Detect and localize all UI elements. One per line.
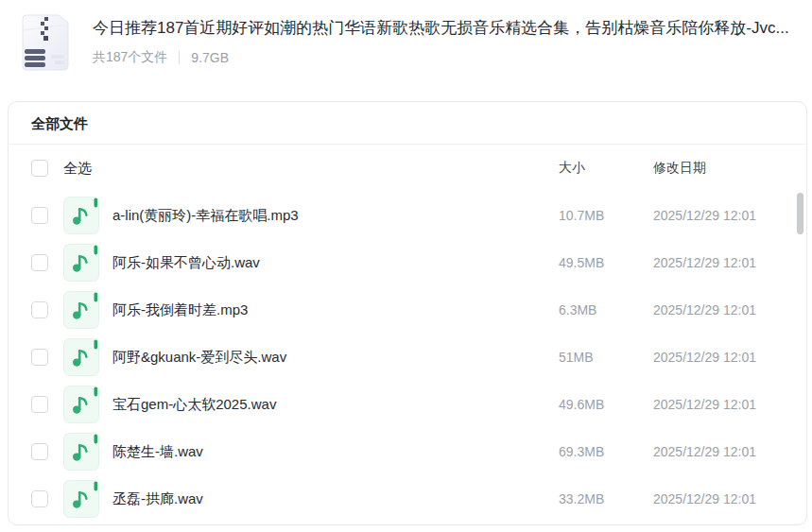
music-file-icon	[63, 386, 99, 423]
file-count: 共187个文件	[93, 49, 167, 66]
file-size: 49.6MB	[559, 397, 604, 412]
file-date: 2025/12/29 12:01	[653, 302, 756, 317]
music-file-icon	[63, 480, 99, 518]
file-size: 33.2MB	[559, 491, 604, 506]
file-name[interactable]: 陈楚生-墙.wav	[112, 443, 203, 461]
file-list-card: 全部文件 全选 大小 修改日期 a-lin(黄丽玲)-幸福在歌唱.mp3 10.…	[8, 101, 807, 525]
file-name[interactable]: 丞磊-拱廊.wav	[112, 490, 203, 508]
music-file-icon	[63, 244, 99, 282]
file-date: 2025/12/29 12:01	[653, 255, 756, 270]
file-size: 69.3MB	[559, 444, 604, 459]
file-list: a-lin(黄丽玲)-幸福在歌唱.mp3 10.7MB 2025/12/29 1…	[9, 192, 806, 523]
share-meta: 共187个文件 9.7GB	[93, 49, 803, 66]
file-name[interactable]: 阿野&gkuank-爱到尽头.wav	[112, 349, 286, 367]
file-size: 49.5MB	[559, 255, 604, 270]
file-row[interactable]: 阿乐-我倒着时差.mp3 6.3MB 2025/12/29 12:01	[9, 286, 806, 334]
file-row[interactable]: 阿野&gkuank-爱到尽头.wav 51MB 2025/12/29 12:01	[9, 334, 806, 381]
file-date: 2025/12/29 12:01	[653, 491, 756, 506]
file-date: 2025/12/29 12:01	[653, 444, 756, 459]
scrollbar-thumb[interactable]	[797, 193, 803, 234]
page-header: 今日推荐187首近期好评如潮的热门华语新歌热歌无损音乐精选合集，告别枯燥音乐陪你…	[0, 0, 812, 90]
header-text: 今日推荐187首近期好评如潮的热门华语新歌热歌无损音乐精选合集，告别枯燥音乐陪你…	[93, 11, 803, 90]
select-all-checkbox[interactable]	[31, 160, 48, 177]
file-size: 10.7MB	[559, 208, 604, 223]
meta-divider	[179, 51, 180, 64]
row-checkbox[interactable]	[31, 396, 48, 413]
file-row[interactable]: 宝石gem-心太软2025.wav 49.6MB 2025/12/29 12:0…	[9, 381, 806, 428]
file-name[interactable]: 阿乐-如果不曾心动.wav	[112, 254, 260, 272]
music-file-icon	[63, 433, 99, 471]
list-header-row: 全选 大小 修改日期	[9, 145, 806, 192]
file-date: 2025/12/29 12:01	[653, 208, 756, 223]
column-header-date: 修改日期	[653, 160, 706, 177]
row-checkbox[interactable]	[31, 254, 48, 271]
file-date: 2025/12/29 12:01	[653, 350, 756, 365]
file-date: 2025/12/29 12:01	[653, 397, 756, 412]
music-file-icon	[63, 338, 99, 376]
share-title: 今日推荐187首近期好评如潮的热门华语新歌热歌无损音乐精选合集，告别枯燥音乐陪你…	[93, 16, 803, 41]
total-size: 9.7GB	[191, 50, 229, 65]
file-row[interactable]: a-lin(黄丽玲)-幸福在歌唱.mp3 10.7MB 2025/12/29 1…	[9, 192, 806, 239]
file-name[interactable]: 阿乐-我倒着时差.mp3	[112, 301, 248, 319]
row-checkbox[interactable]	[31, 207, 48, 224]
panel-title: 全部文件	[9, 102, 806, 145]
row-checkbox[interactable]	[31, 443, 48, 460]
row-checkbox[interactable]	[31, 349, 48, 366]
file-name[interactable]: 宝石gem-心太软2025.wav	[112, 396, 276, 414]
file-name[interactable]: a-lin(黄丽玲)-幸福在歌唱.mp3	[112, 207, 299, 225]
music-file-icon	[63, 291, 99, 329]
select-all-label[interactable]: 全选	[63, 160, 92, 178]
row-checkbox[interactable]	[31, 301, 48, 318]
zip-archive-icon	[17, 11, 72, 74]
file-row[interactable]: 陈楚生-墙.wav 69.3MB 2025/12/29 12:01	[9, 428, 806, 475]
file-size: 51MB	[559, 350, 594, 365]
file-size: 6.3MB	[559, 302, 596, 317]
file-row[interactable]: 阿乐-如果不曾心动.wav 49.5MB 2025/12/29 12:01	[9, 239, 806, 286]
row-checkbox[interactable]	[31, 490, 48, 507]
column-header-size: 大小	[559, 160, 585, 177]
file-row[interactable]: 丞磊-拱廊.wav 33.2MB 2025/12/29 12:01	[9, 475, 806, 523]
music-file-icon	[63, 197, 99, 234]
